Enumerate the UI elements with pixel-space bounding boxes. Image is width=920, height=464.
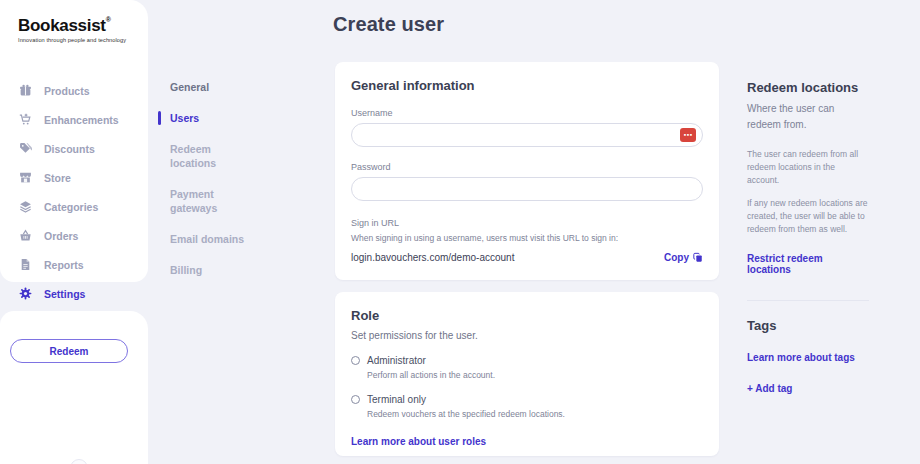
- sidebar-item-products[interactable]: Products: [0, 76, 148, 105]
- sidebar-bottom-card: [0, 311, 148, 464]
- redeem-locations-subtitle: Where the user can redeem from.: [747, 101, 869, 132]
- sidebar-item-label: Settings: [44, 288, 85, 300]
- terminal-only-radio[interactable]: Terminal only: [351, 394, 703, 405]
- brand-logo: Bookassist® Innovation through people an…: [18, 16, 138, 43]
- administrator-label: Administrator: [367, 355, 426, 366]
- sidebar-item-label: Orders: [44, 230, 78, 242]
- terminal-only-label: Terminal only: [367, 394, 426, 405]
- sidebar-item-label: Products: [44, 85, 90, 97]
- copy-url-button[interactable]: Copy: [664, 252, 703, 263]
- general-information-heading: General information: [351, 78, 703, 93]
- gear-icon: [18, 287, 32, 301]
- redeem-locations-paragraph-2: If any new redeem locations are created,…: [747, 197, 869, 235]
- role-heading: Role: [351, 308, 703, 323]
- document-icon: [18, 258, 32, 272]
- signin-url-value: login.bavouchers.com/demo-account: [351, 252, 514, 263]
- role-subtitle: Set permissions for the user.: [351, 330, 703, 341]
- sidebar-item-settings[interactable]: Settings: [0, 279, 148, 308]
- redeem-locations-heading: Redeem locations: [747, 80, 869, 95]
- general-information-card: General information Username ⋯ Password …: [335, 62, 719, 280]
- page-title: Create user: [333, 13, 444, 36]
- gift-icon: [18, 84, 32, 98]
- left-sidebar: Bookassist® Innovation through people an…: [0, 0, 148, 464]
- password-manager-extension-icon[interactable]: ⋯: [680, 128, 696, 142]
- storefront-icon: [18, 171, 32, 185]
- password-label: Password: [351, 162, 703, 172]
- subnav-item-payment-gateways[interactable]: Payment gateways: [170, 187, 262, 215]
- username-field[interactable]: [351, 123, 703, 147]
- role-option-terminal-only: Terminal only Redeem vouchers at the spe…: [351, 394, 703, 419]
- subnav-item-email-domains[interactable]: Email domains: [170, 232, 262, 246]
- panel-divider: [747, 300, 869, 301]
- brand-name: Bookassist®: [18, 16, 138, 36]
- sidebar-item-enhancements[interactable]: Enhancements: [0, 105, 148, 134]
- terminal-only-description: Redeem vouchers at the specified redeem …: [367, 409, 703, 419]
- signin-url-label: Sign in URL: [351, 218, 703, 228]
- signin-url-help: When signing in using a username, users …: [351, 233, 703, 243]
- sidebar-item-store[interactable]: Store: [0, 163, 148, 192]
- sidebar-item-label: Categories: [44, 201, 98, 213]
- redeem-button[interactable]: Redeem: [10, 339, 128, 363]
- cart-plus-icon: [18, 113, 32, 127]
- registered-mark: ®: [106, 16, 111, 23]
- learn-more-user-roles-link[interactable]: Learn more about user roles: [351, 436, 486, 447]
- tags-icon: [18, 142, 32, 156]
- sidebar-item-label: Store: [44, 172, 71, 184]
- restrict-redeem-locations-link[interactable]: Restrict redeem locations: [747, 253, 869, 275]
- tags-heading: Tags: [747, 318, 869, 333]
- sidebar-item-label: Discounts: [44, 143, 95, 155]
- administrator-radio[interactable]: Administrator: [351, 355, 703, 366]
- add-tag-link[interactable]: + Add tag: [747, 383, 792, 394]
- right-info-panel: Redeem locations Where the user can rede…: [747, 80, 869, 396]
- radio-circle-icon[interactable]: [351, 395, 360, 404]
- primary-nav: Products Enhancements Discounts Store Ca…: [0, 76, 148, 308]
- sidebar-item-orders[interactable]: Orders: [0, 221, 148, 250]
- role-card: Role Set permissions for the user. Admin…: [335, 292, 719, 456]
- learn-more-tags-link[interactable]: Learn more about tags: [747, 352, 855, 363]
- subnav-item-general[interactable]: General: [170, 80, 262, 94]
- brand-tagline: Innovation through people and technology: [18, 37, 138, 43]
- username-label: Username: [351, 108, 703, 118]
- subnav-item-redeem-locations[interactable]: Redeem locations: [170, 142, 262, 170]
- sidebar-item-label: Reports: [44, 259, 84, 271]
- sidebar-item-reports[interactable]: Reports: [0, 250, 148, 279]
- redeem-locations-paragraph-1: The user can redeem from all redeem loca…: [747, 148, 869, 186]
- settings-subnav: General Users Redeem locations Payment g…: [170, 80, 262, 294]
- sidebar-item-discounts[interactable]: Discounts: [0, 134, 148, 163]
- basket-icon: [18, 229, 32, 243]
- layers-icon: [18, 200, 32, 214]
- administrator-description: Perform all actions in the account.: [367, 370, 703, 380]
- radio-circle-icon[interactable]: [351, 356, 360, 365]
- role-option-administrator: Administrator Perform all actions in the…: [351, 355, 703, 380]
- subnav-item-users[interactable]: Users: [170, 111, 262, 125]
- password-field[interactable]: [351, 177, 703, 201]
- copy-icon: [693, 252, 703, 263]
- sidebar-item-categories[interactable]: Categories: [0, 192, 148, 221]
- subnav-item-billing[interactable]: Billing: [170, 263, 262, 277]
- sidebar-item-label: Enhancements: [44, 114, 119, 126]
- copy-label: Copy: [664, 252, 689, 263]
